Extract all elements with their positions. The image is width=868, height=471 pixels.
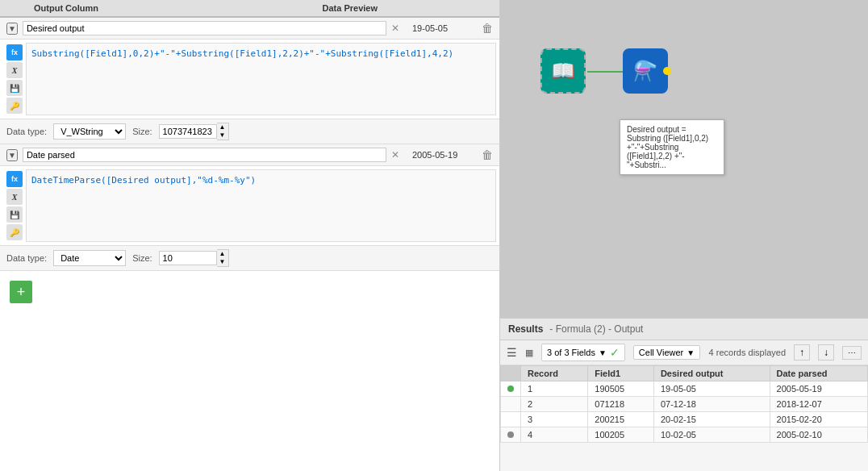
formula-1-datatype-select[interactable]: V_WString String Date DateTime Double In… [53, 123, 126, 140]
formula-1-body: fx X 💾 🔑 Substring([Field1],0,2)+"-"+Sub… [0, 40, 499, 119]
formula-2-size-input[interactable] [159, 251, 217, 265]
formula-2-size-label: Size: [132, 253, 152, 263]
formula-2-key-icon[interactable]: 🔑 [6, 224, 23, 240]
formula-1-size-up[interactable]: ▲ [217, 123, 228, 131]
formula-2-header: ▼ ✕ 2005-05-19 🗑 [0, 144, 499, 166]
formula-2-delete-btn[interactable]: 🗑 [482, 148, 493, 161]
formula-1-field-name[interactable] [23, 21, 386, 35]
formula-1-clear-btn[interactable]: ✕ [391, 23, 399, 34]
formula-1-delete-btn[interactable]: 🗑 [482, 22, 493, 35]
output-column-header: Output Column [34, 3, 205, 13]
row-dateParsed-cell: 2005-02-10 [770, 427, 867, 443]
row-desiredOutput-cell: 10-02-05 [653, 427, 770, 443]
results-panel: Results - Formula (2) - Output ☰ ▦ 3 of … [500, 318, 868, 471]
formula-1-header: ▼ ✕ 19-05-05 🗑 [0, 18, 499, 40]
nav-down-button[interactable]: ↓ [818, 344, 834, 361]
table-header-row: Record Field1 Desired output Date parsed [501, 366, 868, 381]
check-icon: ✓ [610, 346, 620, 359]
row-desiredOutput-cell: 07-12-18 [653, 397, 770, 412]
formula-1-x-icon[interactable]: X [6, 62, 23, 78]
add-formula-button[interactable]: + [10, 281, 32, 303]
cell-viewer-label: Cell Viewer [639, 348, 683, 357]
desired-output-col-header[interactable]: Desired output [653, 366, 770, 381]
row-desiredOutput-cell: 19-05-05 [653, 381, 770, 397]
formula-1-size-down[interactable]: ▼ [217, 131, 228, 140]
results-title: Results [508, 323, 543, 335]
row-field1-cell: 190505 [588, 381, 654, 397]
nav-more-button[interactable]: ⋯ [842, 346, 862, 360]
tooltip-text: Desired output = Substring ([Field1],0,2… [627, 125, 708, 169]
formula-2-size-arrows: ▲ ▼ [217, 249, 229, 267]
row-dateParsed-cell: 2005-05-19 [770, 381, 867, 397]
node-tooltip: Desired output = Substring ([Field1],0,2… [620, 119, 724, 175]
formula-icon: ⚗️ [633, 60, 657, 82]
green-status-dot [507, 386, 514, 392]
row-field1-cell: 200215 [588, 412, 654, 427]
formula-1-editor[interactable]: Substring([Field1],0,2)+"-"+Substring([F… [26, 43, 496, 115]
formula-2-size-spinner: ▲ ▼ [159, 249, 229, 267]
records-label: 4 records displayed [709, 348, 786, 357]
row-record-cell: 4 [521, 427, 588, 443]
formula-2-save-icon[interactable]: 💾 [6, 206, 23, 223]
formula-2-clear-btn[interactable]: ✕ [391, 149, 399, 160]
formula-2-footer: Data type: Date V_WString String DateTim… [0, 245, 499, 270]
formula-2-preview: 2005-05-19 [412, 150, 477, 160]
field1-col-header[interactable]: Field1 [588, 366, 654, 381]
node-formula[interactable]: ⚗️ [623, 48, 668, 94]
formula-2-x-icon[interactable]: X [6, 189, 23, 205]
row-dateParsed-cell: 2018-12-07 [770, 397, 867, 412]
formula-2-editor[interactable]: DateTimeParse([Desired output],"%d-%m-%y… [26, 169, 496, 242]
fields-chevron-icon: ▼ [599, 348, 607, 357]
cell-viewer-button[interactable]: Cell Viewer ▼ [633, 345, 700, 360]
status-col-header [501, 366, 521, 381]
formula-1-preview: 19-05-05 [412, 23, 477, 33]
book-icon: 📖 [551, 60, 575, 82]
connector-line [587, 71, 623, 73]
row-record-cell: 3 [521, 412, 588, 427]
formula-2-datatype-label: Data type: [6, 253, 47, 263]
formula-1-size-label: Size: [132, 127, 152, 136]
formula-block-2: ▼ ✕ 2005-05-19 🗑 fx X 💾 🔑 DateTimeParse(… [0, 144, 499, 271]
left-panel: Output Column Data Preview ▼ ✕ 19-05-05 … [0, 0, 500, 471]
fields-button[interactable]: 3 of 3 Fields ▼ ✓ [541, 344, 625, 361]
formula-1-datatype-label: Data type: [6, 127, 47, 136]
right-panel: 📖 ⚗️ Desired output = Substring ([Field1… [500, 0, 868, 471]
formula-1-size-spinner: ▲ ▼ [159, 123, 229, 140]
list-icon[interactable]: ▦ [525, 348, 533, 358]
formula-2-body: fx X 💾 🔑 DateTimeParse([Desired output],… [0, 166, 499, 245]
row-status-cell [501, 381, 521, 397]
formula-1-fx-icon[interactable]: fx [6, 44, 23, 60]
results-table: Record Field1 Desired output Date parsed… [500, 365, 868, 443]
node-book[interactable]: 📖 [540, 48, 586, 94]
formula-2-size-up[interactable]: ▲ [217, 250, 228, 258]
formula-1-size-input[interactable] [159, 124, 217, 139]
add-formula-container: + [0, 271, 499, 313]
grid-icon[interactable]: ☰ [507, 346, 517, 359]
formula-2-sidebar: fx X 💾 🔑 [3, 169, 26, 242]
formula-2-fx-icon[interactable]: fx [6, 171, 23, 187]
results-toolbar: ☰ ▦ 3 of 3 Fields ▼ ✓ Cell Viewer ▼ 4 re… [500, 340, 868, 365]
cell-viewer-chevron-icon: ▼ [686, 348, 695, 357]
results-subtitle: - Formula (2) - Output [549, 323, 643, 335]
canvas-area: 📖 ⚗️ Desired output = Substring ([Field1… [500, 0, 868, 318]
formula-1-sidebar: fx X 💾 🔑 [3, 43, 26, 115]
table-row: 207121807-12-182018-12-07 [501, 397, 868, 412]
formula-2-chevron[interactable]: ▼ [6, 149, 18, 161]
results-table-wrapper: Record Field1 Desired output Date parsed… [500, 365, 868, 443]
formula-2-datatype-select[interactable]: Date V_WString String DateTime Double In… [53, 250, 126, 266]
formula-2-size-down[interactable]: ▼ [217, 258, 228, 266]
fields-label: 3 of 3 Fields [547, 348, 595, 357]
date-parsed-col-header[interactable]: Date parsed [770, 366, 867, 381]
nav-up-button[interactable]: ↑ [794, 344, 810, 361]
formula-2-field-name[interactable] [23, 148, 386, 162]
formula-1-save-icon[interactable]: 💾 [6, 80, 23, 96]
formula-1-chevron[interactable]: ▼ [6, 23, 18, 35]
results-header: Results - Formula (2) - Output [500, 319, 868, 340]
formula-1-footer: Data type: V_WString String Date DateTim… [0, 119, 499, 144]
record-col-header[interactable]: Record [521, 366, 588, 381]
row-record-cell: 1 [521, 381, 588, 397]
data-preview-header: Data Preview [210, 3, 494, 13]
formula-1-key-icon[interactable]: 🔑 [6, 98, 23, 114]
row-status-cell [501, 412, 521, 427]
output-dot [663, 67, 671, 75]
